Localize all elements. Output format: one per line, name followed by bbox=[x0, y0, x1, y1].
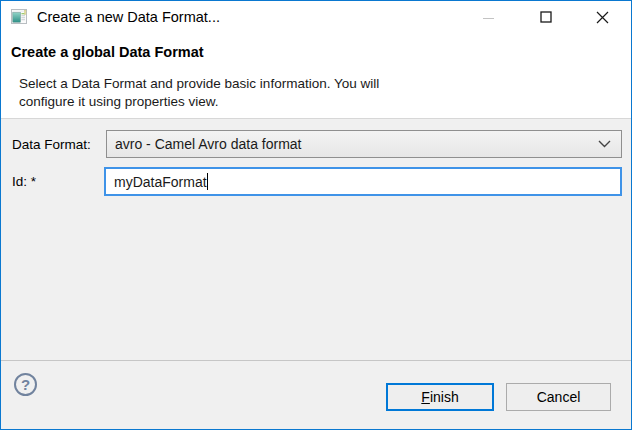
chevron-down-icon bbox=[598, 140, 611, 148]
maximize-icon bbox=[540, 11, 552, 23]
minimize-button bbox=[460, 1, 517, 33]
titlebar: Create a new Data Format... bbox=[1, 1, 631, 33]
page-description: Select a Data Format and provide basic i… bbox=[19, 75, 379, 111]
data-format-selected-value: avro - Camel Avro data format bbox=[115, 136, 598, 152]
finish-button[interactable]: Finish bbox=[386, 383, 494, 411]
close-icon bbox=[596, 11, 609, 24]
minimize-icon bbox=[483, 18, 494, 19]
cancel-button[interactable]: Cancel bbox=[506, 383, 611, 411]
id-input-value: myDataFormat bbox=[114, 174, 207, 190]
create-data-format-dialog: Create a new Data Format... Create a glo… bbox=[0, 0, 632, 430]
window-title: Create a new Data Format... bbox=[37, 9, 460, 25]
button-bar: ? Finish Cancel bbox=[1, 360, 631, 429]
finish-button-label: inish bbox=[430, 389, 459, 405]
close-button[interactable] bbox=[574, 1, 631, 33]
page-title: Create a global Data Format bbox=[11, 44, 204, 60]
maximize-button[interactable] bbox=[517, 1, 574, 33]
wizard-window-icon bbox=[11, 9, 27, 25]
page-description-line1: Select a Data Format and provide basic i… bbox=[19, 75, 379, 93]
cancel-button-label: Cancel bbox=[537, 389, 581, 405]
data-format-combobox[interactable]: avro - Camel Avro data format bbox=[106, 130, 622, 158]
help-button[interactable]: ? bbox=[14, 373, 37, 396]
id-input[interactable]: myDataFormat bbox=[104, 167, 622, 196]
finish-button-mnemonic: F bbox=[421, 389, 430, 405]
data-format-label: Data Format: bbox=[12, 137, 91, 152]
wizard-header: Create a global Data Format Select a Dat… bbox=[1, 33, 631, 119]
id-label: Id: * bbox=[12, 174, 36, 189]
page-description-line2: configure it using properties view. bbox=[19, 93, 379, 111]
help-icon: ? bbox=[21, 376, 30, 393]
text-caret bbox=[207, 173, 208, 190]
